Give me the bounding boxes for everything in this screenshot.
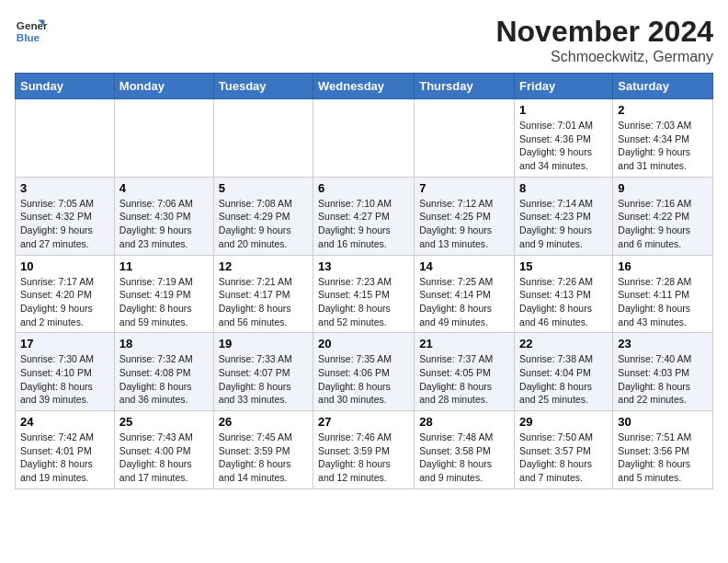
- day-number: 14: [419, 259, 509, 273]
- calendar-cell: 5Sunrise: 7:08 AM Sunset: 4:29 PM Daylig…: [213, 177, 313, 255]
- day-info: Sunrise: 7:14 AM Sunset: 4:23 PM Dayligh…: [519, 197, 608, 251]
- day-number: 16: [618, 259, 708, 273]
- day-info: Sunrise: 7:21 AM Sunset: 4:17 PM Dayligh…: [219, 275, 308, 329]
- calendar-week-5: 24Sunrise: 7:42 AM Sunset: 4:01 PM Dayli…: [16, 411, 713, 489]
- calendar-body: 1Sunrise: 7:01 AM Sunset: 4:36 PM Daylig…: [16, 99, 713, 489]
- day-number: 4: [119, 181, 209, 195]
- calendar-cell: 19Sunrise: 7:33 AM Sunset: 4:07 PM Dayli…: [213, 333, 313, 411]
- day-info: Sunrise: 7:10 AM Sunset: 4:27 PM Dayligh…: [318, 197, 409, 251]
- calendar-cell: 18Sunrise: 7:32 AM Sunset: 4:08 PM Dayli…: [114, 333, 213, 411]
- calendar-cell: 25Sunrise: 7:43 AM Sunset: 4:00 PM Dayli…: [114, 411, 213, 489]
- day-number: 2: [618, 103, 708, 117]
- day-info: Sunrise: 7:33 AM Sunset: 4:07 PM Dayligh…: [219, 352, 308, 407]
- calendar-cell: 11Sunrise: 7:19 AM Sunset: 4:19 PM Dayli…: [114, 255, 213, 333]
- day-number: 5: [219, 181, 308, 195]
- day-number: 18: [119, 337, 209, 350]
- calendar-cell: 20Sunrise: 7:35 AM Sunset: 4:06 PM Dayli…: [313, 333, 415, 411]
- day-number: 20: [318, 337, 409, 350]
- calendar-header-row: SundayMondayTuesdayWednesdayThursdayFrid…: [16, 74, 713, 99]
- day-info: Sunrise: 7:28 AM Sunset: 4:11 PM Dayligh…: [618, 275, 708, 329]
- calendar-cell: 29Sunrise: 7:50 AM Sunset: 3:57 PM Dayli…: [515, 411, 613, 489]
- column-header-saturday: Saturday: [613, 74, 713, 99]
- calendar-cell: 14Sunrise: 7:25 AM Sunset: 4:14 PM Dayli…: [415, 255, 515, 333]
- day-number: 23: [618, 337, 708, 350]
- calendar-cell: [313, 99, 415, 178]
- calendar-cell: 30Sunrise: 7:51 AM Sunset: 3:56 PM Dayli…: [613, 411, 713, 489]
- calendar-cell: 12Sunrise: 7:21 AM Sunset: 4:17 PM Dayli…: [213, 255, 313, 333]
- day-info: Sunrise: 7:30 AM Sunset: 4:10 PM Dayligh…: [20, 352, 109, 407]
- day-number: 13: [318, 259, 409, 273]
- day-number: 26: [219, 415, 308, 429]
- calendar-cell: 13Sunrise: 7:23 AM Sunset: 4:15 PM Dayli…: [313, 255, 415, 333]
- day-number: 22: [519, 337, 608, 350]
- calendar-week-4: 17Sunrise: 7:30 AM Sunset: 4:10 PM Dayli…: [16, 333, 713, 411]
- day-info: Sunrise: 7:12 AM Sunset: 4:25 PM Dayligh…: [419, 197, 509, 251]
- logo-icon: General Blue: [15, 15, 48, 48]
- day-number: 11: [119, 259, 209, 273]
- day-info: Sunrise: 7:26 AM Sunset: 4:13 PM Dayligh…: [519, 275, 608, 329]
- day-number: 25: [119, 415, 209, 429]
- day-number: 24: [20, 415, 109, 429]
- calendar-cell: 2Sunrise: 7:03 AM Sunset: 4:34 PM Daylig…: [613, 99, 713, 178]
- calendar-cell: 23Sunrise: 7:40 AM Sunset: 4:03 PM Dayli…: [613, 333, 713, 411]
- calendar-cell: 28Sunrise: 7:48 AM Sunset: 3:58 PM Dayli…: [415, 411, 515, 489]
- title-block: November 2024 Schmoeckwitz, Germany: [495, 15, 713, 65]
- day-number: 19: [219, 337, 308, 350]
- day-number: 15: [519, 259, 608, 273]
- day-info: Sunrise: 7:43 AM Sunset: 4:00 PM Dayligh…: [119, 431, 209, 485]
- day-number: 7: [419, 181, 509, 195]
- column-header-tuesday: Tuesday: [213, 74, 313, 99]
- calendar-cell: [213, 99, 313, 178]
- page-header: General Blue November 2024 Schmoeckwitz,…: [15, 15, 713, 65]
- column-header-wednesday: Wednesday: [313, 74, 415, 99]
- day-info: Sunrise: 7:19 AM Sunset: 4:19 PM Dayligh…: [119, 275, 209, 329]
- calendar-cell: 3Sunrise: 7:05 AM Sunset: 4:32 PM Daylig…: [16, 177, 115, 255]
- day-info: Sunrise: 7:46 AM Sunset: 3:59 PM Dayligh…: [318, 431, 409, 485]
- calendar-cell: [16, 99, 115, 178]
- day-info: Sunrise: 7:32 AM Sunset: 4:08 PM Dayligh…: [119, 352, 209, 407]
- day-info: Sunrise: 7:35 AM Sunset: 4:06 PM Dayligh…: [318, 352, 409, 407]
- column-header-friday: Friday: [515, 74, 613, 99]
- calendar-week-2: 3Sunrise: 7:05 AM Sunset: 4:32 PM Daylig…: [16, 177, 713, 255]
- calendar-cell: 4Sunrise: 7:06 AM Sunset: 4:30 PM Daylig…: [114, 177, 213, 255]
- day-number: 9: [618, 181, 708, 195]
- day-info: Sunrise: 7:05 AM Sunset: 4:32 PM Dayligh…: [20, 197, 109, 251]
- day-number: 10: [20, 259, 109, 273]
- column-header-monday: Monday: [114, 74, 213, 99]
- calendar-title: November 2024: [495, 15, 713, 49]
- day-info: Sunrise: 7:45 AM Sunset: 3:59 PM Dayligh…: [219, 431, 308, 485]
- calendar-cell: 21Sunrise: 7:37 AM Sunset: 4:05 PM Dayli…: [415, 333, 515, 411]
- calendar-table: SundayMondayTuesdayWednesdayThursdayFrid…: [15, 73, 713, 489]
- day-info: Sunrise: 7:23 AM Sunset: 4:15 PM Dayligh…: [318, 275, 409, 329]
- calendar-cell: 7Sunrise: 7:12 AM Sunset: 4:25 PM Daylig…: [415, 177, 515, 255]
- calendar-cell: 8Sunrise: 7:14 AM Sunset: 4:23 PM Daylig…: [515, 177, 613, 255]
- day-info: Sunrise: 7:37 AM Sunset: 4:05 PM Dayligh…: [419, 352, 509, 407]
- day-info: Sunrise: 7:25 AM Sunset: 4:14 PM Dayligh…: [419, 275, 509, 329]
- calendar-cell: 10Sunrise: 7:17 AM Sunset: 4:20 PM Dayli…: [16, 255, 115, 333]
- calendar-subtitle: Schmoeckwitz, Germany: [495, 49, 713, 65]
- day-info: Sunrise: 7:50 AM Sunset: 3:57 PM Dayligh…: [519, 431, 608, 485]
- logo: General Blue: [15, 15, 48, 48]
- calendar-cell: 17Sunrise: 7:30 AM Sunset: 4:10 PM Dayli…: [16, 333, 115, 411]
- calendar-cell: 26Sunrise: 7:45 AM Sunset: 3:59 PM Dayli…: [213, 411, 313, 489]
- day-info: Sunrise: 7:38 AM Sunset: 4:04 PM Dayligh…: [519, 352, 608, 407]
- calendar-week-3: 10Sunrise: 7:17 AM Sunset: 4:20 PM Dayli…: [16, 255, 713, 333]
- svg-text:Blue: Blue: [17, 31, 40, 43]
- day-info: Sunrise: 7:01 AM Sunset: 4:36 PM Dayligh…: [519, 119, 608, 173]
- day-number: 29: [519, 415, 608, 429]
- calendar-cell: 9Sunrise: 7:16 AM Sunset: 4:22 PM Daylig…: [613, 177, 713, 255]
- day-number: 21: [419, 337, 509, 350]
- day-info: Sunrise: 7:08 AM Sunset: 4:29 PM Dayligh…: [219, 197, 308, 251]
- calendar-cell: 16Sunrise: 7:28 AM Sunset: 4:11 PM Dayli…: [613, 255, 713, 333]
- calendar-cell: 6Sunrise: 7:10 AM Sunset: 4:27 PM Daylig…: [313, 177, 415, 255]
- day-info: Sunrise: 7:42 AM Sunset: 4:01 PM Dayligh…: [20, 431, 109, 485]
- calendar-cell: 22Sunrise: 7:38 AM Sunset: 4:04 PM Dayli…: [515, 333, 613, 411]
- column-header-sunday: Sunday: [16, 74, 115, 99]
- day-info: Sunrise: 7:03 AM Sunset: 4:34 PM Dayligh…: [618, 119, 708, 173]
- day-info: Sunrise: 7:40 AM Sunset: 4:03 PM Dayligh…: [618, 352, 708, 407]
- calendar-cell: 24Sunrise: 7:42 AM Sunset: 4:01 PM Dayli…: [16, 411, 115, 489]
- day-number: 6: [318, 181, 409, 195]
- day-number: 30: [618, 415, 708, 429]
- day-number: 27: [318, 415, 409, 429]
- day-number: 8: [519, 181, 608, 195]
